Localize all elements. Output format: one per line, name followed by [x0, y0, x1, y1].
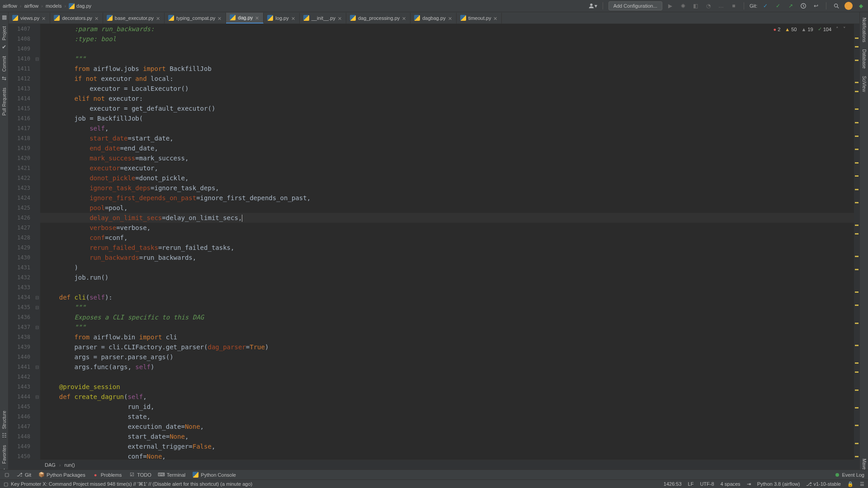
fold-marker[interactable] — [34, 272, 40, 282]
line-number[interactable]: 1440 — [9, 352, 30, 362]
prev-highlight-icon[interactable]: ˄ — [836, 26, 839, 32]
editor-tab[interactable]: dagbag.py✕ — [410, 13, 456, 23]
code-line[interactable]: elif not executor: — [40, 94, 859, 103]
file-encoding[interactable]: UTF-8 — [700, 481, 714, 487]
code-line[interactable]: """ — [40, 302, 859, 312]
breadcrumb-item[interactable]: airflow — [3, 3, 17, 9]
breadcrumb-method[interactable]: run() — [65, 462, 75, 468]
line-number[interactable]: 1423 — [9, 183, 30, 193]
fold-marker[interactable]: ⊟ — [34, 322, 40, 332]
fold-marker[interactable] — [34, 163, 40, 173]
python-interpreter[interactable]: Python 3.8 (airflow) — [757, 481, 800, 487]
run-coverage-icon[interactable]: ◧ — [691, 1, 700, 10]
error-stripe-marker[interactable] — [855, 305, 859, 306]
breadcrumb-class[interactable]: DAG — [45, 462, 56, 468]
line-number[interactable]: 1447 — [9, 422, 30, 432]
code-line[interactable]: args.func(args, self) — [40, 362, 859, 372]
line-number[interactable]: 1425 — [9, 203, 30, 213]
close-icon[interactable]: ✕ — [94, 16, 99, 20]
error-stripe-marker[interactable] — [855, 389, 859, 391]
error-stripe-marker[interactable] — [855, 233, 859, 235]
code-line[interactable]: job = BackfillJob( — [40, 113, 859, 123]
line-number[interactable]: 1420 — [9, 153, 30, 163]
line-number[interactable]: 1448 — [9, 432, 30, 441]
line-number[interactable]: 1413 — [9, 84, 30, 94]
memory-indicator-icon[interactable]: ☰ — [860, 481, 864, 487]
fold-marker[interactable] — [34, 34, 40, 44]
gutter[interactable]: 1407140814091410141114121413141414151416… — [9, 24, 40, 469]
line-number[interactable]: 1421 — [9, 163, 30, 173]
code-line[interactable]: parser = cli.CLIFactory.get_parser(dag_p… — [40, 342, 859, 352]
code-line[interactable]: ) — [40, 263, 859, 272]
editor-tab[interactable]: views.py✕ — [9, 13, 50, 23]
problems-tool-button[interactable]: ● Problems — [93, 472, 122, 478]
todo-tool-button[interactable]: ☑ TODO — [129, 472, 151, 478]
python-console-tool-button[interactable]: Python Console — [193, 472, 236, 478]
pull-requests-tool-button[interactable]: Pull Requests — [1, 84, 8, 119]
fold-marker[interactable] — [34, 74, 40, 84]
close-icon[interactable]: ✕ — [291, 16, 296, 20]
error-stripe-marker[interactable] — [855, 189, 859, 190]
debug-icon[interactable] — [679, 1, 688, 10]
error-stripe-marker[interactable] — [855, 345, 859, 346]
inspection-summary[interactable]: ●2 ▲50 ▲19 ✓104 ˄ ˅ — [774, 26, 846, 32]
fold-marker[interactable] — [34, 223, 40, 233]
run-icon[interactable]: ▶ — [666, 1, 675, 10]
close-icon[interactable]: ✕ — [42, 16, 46, 20]
code-line[interactable]: args = parser.parse_args() — [40, 352, 859, 362]
code-line[interactable] — [40, 372, 859, 382]
error-stripe-marker[interactable] — [855, 291, 859, 293]
line-number[interactable]: 1407 — [9, 24, 30, 34]
avatar[interactable] — [844, 2, 853, 10]
fold-marker[interactable] — [34, 332, 40, 342]
error-stripe-marker[interactable] — [855, 82, 859, 83]
code-line[interactable]: executor = get_default_executor() — [40, 103, 859, 113]
line-number[interactable]: 1409 — [9, 44, 30, 54]
code-line[interactable]: from airflow.bin import cli — [40, 332, 859, 342]
error-stripe-marker[interactable] — [855, 136, 859, 137]
git-push-icon[interactable]: ↗ — [786, 1, 795, 10]
line-number[interactable]: 1418 — [9, 133, 30, 143]
line-number[interactable]: 1439 — [9, 342, 30, 352]
error-stripe-marker[interactable] — [855, 38, 859, 39]
fold-marker[interactable] — [34, 213, 40, 223]
next-highlight-icon[interactable]: ˅ — [843, 26, 846, 32]
error-stripe-marker[interactable] — [855, 269, 859, 270]
line-number[interactable]: 1411 — [9, 64, 30, 74]
fold-marker[interactable] — [34, 183, 40, 193]
code-line[interactable]: rerun_failed_tasks=rerun_failed_tasks, — [40, 243, 859, 253]
error-stripe-marker[interactable] — [855, 256, 859, 257]
code-area[interactable]: ●2 ▲50 ▲19 ✓104 ˄ ˅ :param run_backwards… — [40, 24, 859, 469]
fold-marker[interactable]: ⊟ — [34, 54, 40, 64]
close-icon[interactable]: ✕ — [448, 16, 453, 20]
code-line[interactable]: run_backwards=run_backwards, — [40, 253, 859, 263]
error-stripe-marker[interactable] — [855, 323, 859, 324]
code-line[interactable]: external_trigger=False, — [40, 441, 859, 451]
code-line[interactable]: if not executor and local: — [40, 74, 859, 84]
line-number[interactable]: 1436 — [9, 312, 30, 322]
code-line[interactable]: :type: bool — [40, 34, 859, 44]
line-number[interactable]: 1408 — [9, 34, 30, 44]
close-icon[interactable]: ✕ — [493, 16, 498, 20]
close-icon[interactable]: ✕ — [402, 16, 406, 20]
fold-marker[interactable] — [34, 312, 40, 322]
close-icon[interactable]: ✕ — [217, 16, 222, 20]
code-line[interactable]: Exposes a CLI specific to this DAG — [40, 312, 859, 322]
line-number[interactable]: 1410 — [9, 54, 30, 64]
line-number[interactable]: 1422 — [9, 173, 30, 183]
code-line[interactable] — [40, 44, 859, 54]
notifications-tool-button[interactable]: Notifications — [861, 14, 868, 46]
error-stripe-marker[interactable] — [855, 46, 859, 47]
fold-marker[interactable] — [34, 263, 40, 272]
sciview-tool-button[interactable]: SciView — [861, 72, 868, 95]
fold-marker[interactable] — [34, 113, 40, 123]
fold-marker[interactable] — [34, 432, 40, 441]
code-line[interactable]: delay_on_limit_secs=delay_on_limit_secs, — [40, 213, 859, 223]
line-number[interactable]: 1430 — [9, 253, 30, 263]
fold-marker[interactable] — [34, 382, 40, 392]
breadcrumb-item[interactable]: dag.py — [69, 3, 91, 9]
code-line[interactable]: state, — [40, 412, 859, 422]
fold-marker[interactable] — [34, 94, 40, 103]
editor-tab[interactable]: timeout.py✕ — [457, 13, 502, 23]
error-stripe-marker[interactable] — [855, 162, 859, 164]
